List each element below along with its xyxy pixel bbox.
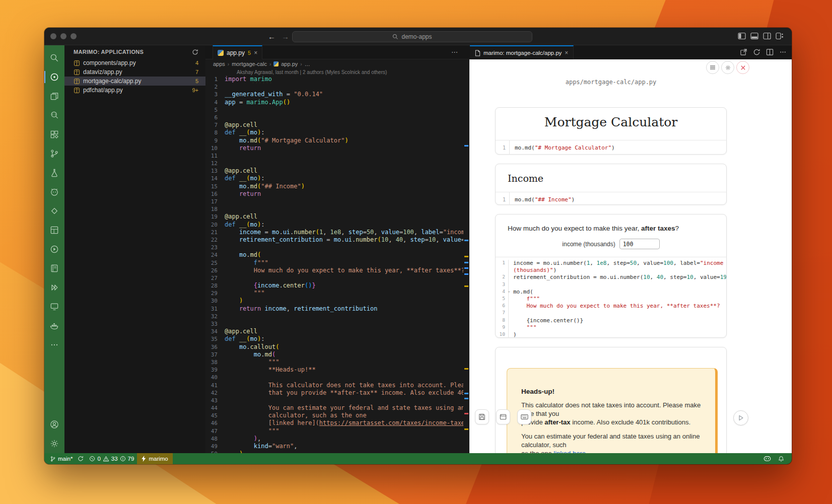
back-arrow-icon[interactable]: ← bbox=[268, 32, 275, 41]
search-activity-icon[interactable] bbox=[44, 48, 64, 67]
sidebar-item-pdfchat[interactable]: pdfchat/app.py 9+ bbox=[64, 86, 205, 95]
code-search-activity-icon[interactable] bbox=[44, 106, 64, 125]
save-icon bbox=[478, 413, 486, 420]
cell-code[interactable]: 1income = mo.ui.number(1, 1e8, step=50, … bbox=[496, 257, 726, 338]
file-icon bbox=[475, 50, 480, 56]
search-label: demo-apps bbox=[401, 33, 432, 40]
notebook-file-icon bbox=[74, 60, 80, 66]
file-label: mortgage-calc/app.py bbox=[83, 78, 141, 85]
marimo-panel-group: marimo: mortgage-calc/app.py × bbox=[469, 45, 792, 453]
code-lines: 1import marimo23__generated_with = "0.0.… bbox=[205, 76, 463, 453]
breadcrumb-item[interactable]: mortgage-calc bbox=[232, 61, 267, 67]
info-count: 79 bbox=[128, 456, 134, 462]
close-tab-icon[interactable]: × bbox=[565, 49, 568, 56]
cell-count-badge: 5 bbox=[195, 78, 198, 84]
panel-actions bbox=[740, 48, 787, 56]
open-app-button[interactable] bbox=[496, 409, 510, 424]
remote-explorer-activity-icon[interactable] bbox=[44, 297, 64, 316]
settings-button[interactable] bbox=[721, 61, 734, 74]
activity-bar bbox=[44, 45, 64, 453]
sidebar-item-components[interactable]: components/app.py 4 bbox=[64, 58, 205, 67]
more-actions-icon[interactable] bbox=[779, 48, 787, 56]
layout-activity-icon[interactable] bbox=[44, 221, 64, 240]
testing-activity-icon[interactable] bbox=[44, 163, 64, 182]
python-icon bbox=[273, 61, 279, 66]
git-branch-status[interactable]: main* bbox=[47, 453, 75, 464]
shutdown-button[interactable] bbox=[736, 61, 749, 74]
sidebar-item-mortgage-calc[interactable]: mortgage-calc/app.py 5 bbox=[64, 77, 205, 86]
notebook-file-icon bbox=[74, 87, 80, 94]
notifications-status[interactable] bbox=[776, 453, 787, 464]
hamburger-icon bbox=[710, 65, 716, 70]
git-blame-annotation: Akshay Agrawal, last month | 2 authors (… bbox=[205, 69, 463, 76]
menu-button[interactable] bbox=[706, 61, 719, 74]
tab-label: marimo: mortgage-calc/app.py bbox=[483, 50, 562, 56]
income-input-label: income (thousands) bbox=[562, 241, 615, 248]
command-center-search[interactable]: demo-apps bbox=[292, 31, 532, 42]
tab-problem-badge: 5 bbox=[248, 50, 251, 56]
toggle-panel-icon[interactable] bbox=[750, 32, 758, 40]
notebook-activity-icon[interactable] bbox=[44, 259, 64, 278]
azure-activity-icon[interactable] bbox=[44, 201, 64, 221]
github-activity-icon[interactable] bbox=[44, 182, 64, 201]
save-button[interactable] bbox=[475, 409, 489, 424]
warning-count: 33 bbox=[111, 456, 118, 462]
cell-code[interactable]: 1mo.md("## Income") bbox=[496, 192, 726, 205]
tab-marimo-preview[interactable]: marimo: mortgage-calc/app.py × bbox=[470, 45, 574, 59]
code-editor[interactable]: Akshay Agrawal, last month | 2 authors (… bbox=[205, 68, 463, 453]
error-icon bbox=[89, 456, 95, 462]
customize-layout-icon[interactable] bbox=[776, 32, 784, 40]
extensions-activity-icon[interactable] bbox=[44, 125, 64, 144]
copilot-status[interactable] bbox=[761, 453, 774, 464]
markdown-question: How much do you expect to make this year… bbox=[496, 214, 726, 232]
keyboard-icon bbox=[521, 413, 528, 420]
callout-title: Heads-up! bbox=[521, 388, 702, 395]
breadcrumb-item[interactable]: … bbox=[305, 61, 310, 67]
breadcrumb-item[interactable]: apps bbox=[213, 61, 225, 67]
tab-label: app.py bbox=[227, 49, 245, 56]
marimo-activity-icon[interactable] bbox=[44, 67, 64, 87]
toggle-sidebar-icon[interactable] bbox=[738, 32, 746, 40]
explorer-activity-icon[interactable] bbox=[44, 87, 64, 106]
minimize-window-button[interactable] bbox=[60, 33, 66, 39]
sidebar-item-dataviz[interactable]: dataviz/app.py 7 bbox=[64, 67, 205, 77]
play-icon bbox=[738, 415, 744, 421]
gear-icon bbox=[725, 64, 731, 71]
error-count: 0 bbox=[97, 456, 100, 462]
split-editor-icon[interactable] bbox=[766, 48, 774, 56]
status-bar: main* 0 33 79 marimo bbox=[44, 453, 792, 464]
docker-activity-icon[interactable] bbox=[44, 316, 64, 335]
settings-gear-icon[interactable] bbox=[44, 434, 64, 453]
breadcrumb-item[interactable]: app.py bbox=[281, 61, 298, 67]
run-button[interactable] bbox=[733, 410, 748, 425]
tab-app-py[interactable]: app.py 5 × bbox=[213, 45, 262, 59]
forward-arrow-icon[interactable]: → bbox=[282, 32, 289, 41]
python-icon bbox=[218, 50, 224, 56]
account-icon[interactable] bbox=[44, 415, 64, 434]
toggle-secondary-sidebar-icon[interactable] bbox=[763, 32, 771, 40]
editor-scrollbar[interactable] bbox=[463, 68, 469, 453]
browser-window-icon bbox=[500, 413, 507, 420]
close-window-button[interactable] bbox=[50, 33, 56, 39]
marimo-status-item[interactable]: marimo bbox=[137, 453, 172, 464]
keyboard-shortcuts-button[interactable] bbox=[517, 409, 531, 424]
breadcrumb: apps› mortgage-calc› app.py› … bbox=[205, 59, 469, 68]
close-tab-icon[interactable]: × bbox=[254, 49, 257, 56]
more-actions-icon[interactable]: ⋯ bbox=[451, 48, 458, 56]
cell-code[interactable]: 1mo.md("# Mortgage Calculator") bbox=[496, 140, 726, 155]
source-control-activity-icon[interactable] bbox=[44, 144, 64, 163]
traffic-lights bbox=[50, 33, 77, 39]
more-activity-icon[interactable] bbox=[44, 335, 64, 354]
refresh-icon[interactable] bbox=[753, 48, 760, 56]
run-circle-activity-icon[interactable] bbox=[44, 240, 64, 259]
refresh-icon[interactable] bbox=[192, 49, 198, 55]
income-input[interactable] bbox=[619, 239, 660, 249]
open-external-icon[interactable] bbox=[740, 48, 747, 56]
app-file-path: apps/mortgage-calc/app.py bbox=[495, 79, 727, 86]
file-label: dataviz/app.py bbox=[83, 68, 122, 76]
problems-status[interactable]: 0 33 79 bbox=[86, 456, 137, 462]
zoom-window-button[interactable] bbox=[71, 33, 77, 39]
titlebar: ← → demo-apps bbox=[44, 28, 792, 45]
run-all-activity-icon[interactable] bbox=[44, 278, 64, 297]
sync-status[interactable] bbox=[75, 453, 86, 464]
